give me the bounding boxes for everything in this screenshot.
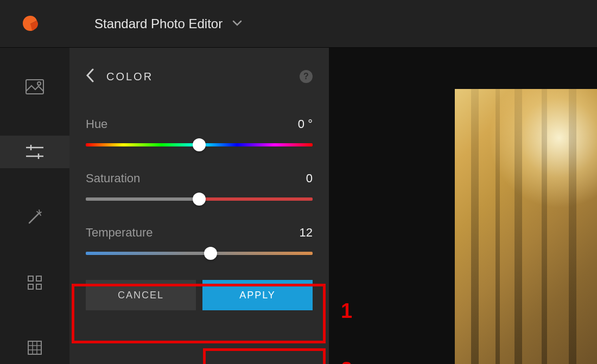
annotation-number-1: 1 bbox=[341, 299, 352, 323]
apply-button[interactable]: APPLY bbox=[202, 280, 313, 310]
rail-image-icon[interactable] bbox=[0, 71, 69, 103]
saturation-thumb[interactable] bbox=[193, 193, 206, 206]
canvas-area[interactable] bbox=[329, 48, 597, 364]
svg-point-1 bbox=[37, 82, 41, 85]
svg-rect-9 bbox=[28, 284, 33, 289]
hue-slider-block: Hue 0 ° bbox=[86, 117, 313, 146]
main-area: COLOR ? Hue 0 ° Saturation 0 Temperature bbox=[0, 48, 597, 364]
panel-header: COLOR ? bbox=[86, 68, 313, 85]
color-panel: COLOR ? Hue 0 ° Saturation 0 Temperature bbox=[69, 48, 329, 364]
image-preview[interactable] bbox=[455, 89, 597, 364]
top-bar: Standard Photo Editor bbox=[0, 0, 597, 48]
hue-slider[interactable] bbox=[86, 143, 313, 146]
rail-grid-icon[interactable] bbox=[0, 266, 69, 299]
rail-sliders-icon[interactable] bbox=[0, 136, 69, 168]
panel-title: COLOR bbox=[106, 71, 153, 83]
app-logo bbox=[21, 14, 40, 34]
saturation-label: Saturation bbox=[86, 171, 140, 186]
svg-rect-0 bbox=[26, 80, 43, 94]
panel-buttons: CANCEL APPLY bbox=[86, 280, 313, 310]
temperature-thumb[interactable] bbox=[204, 247, 217, 260]
annotation-number-2: 2 bbox=[341, 358, 352, 364]
back-icon[interactable] bbox=[86, 68, 94, 85]
svg-line-6 bbox=[29, 213, 39, 223]
cancel-button[interactable]: CANCEL bbox=[86, 280, 196, 310]
temperature-slider-block: Temperature 12 bbox=[86, 226, 313, 255]
temperature-slider[interactable] bbox=[86, 252, 313, 255]
saturation-slider-block: Saturation 0 bbox=[86, 171, 313, 201]
app-dropdown-icon[interactable] bbox=[232, 19, 242, 29]
help-icon[interactable]: ? bbox=[300, 70, 313, 83]
app-title[interactable]: Standard Photo Editor bbox=[94, 16, 223, 31]
hue-value[interactable]: 0 ° bbox=[298, 117, 313, 131]
svg-rect-8 bbox=[36, 276, 41, 281]
svg-rect-11 bbox=[28, 341, 41, 354]
svg-rect-7 bbox=[28, 276, 33, 281]
tool-rail bbox=[0, 48, 69, 364]
hue-thumb[interactable] bbox=[193, 138, 206, 151]
saturation-value[interactable]: 0 bbox=[306, 171, 313, 186]
svg-rect-10 bbox=[36, 284, 41, 289]
rail-matrix-icon[interactable] bbox=[0, 331, 69, 364]
saturation-slider[interactable] bbox=[86, 197, 313, 201]
temperature-value[interactable]: 12 bbox=[300, 226, 313, 240]
rail-wand-icon[interactable] bbox=[0, 201, 69, 233]
hue-label: Hue bbox=[86, 117, 107, 131]
temperature-label: Temperature bbox=[86, 226, 153, 240]
